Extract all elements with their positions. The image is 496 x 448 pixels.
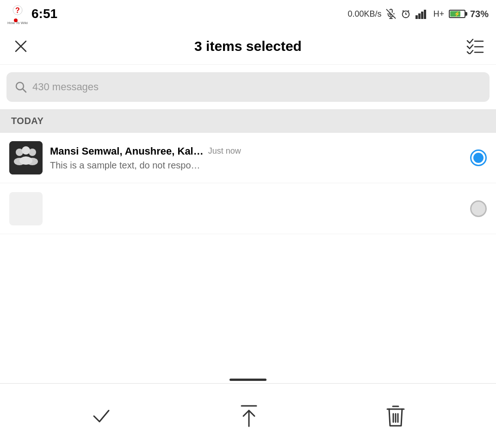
mute-icon <box>386 9 396 19</box>
message-sender: Mansi Semwal, Anushree, Kal… <box>50 145 204 157</box>
section-header-today: TODAY <box>0 109 496 133</box>
svg-rect-12 <box>421 12 423 19</box>
svg-point-27 <box>19 156 32 165</box>
battery-percent: 73% <box>470 9 489 19</box>
checklist-icon <box>466 38 484 54</box>
svg-text:?: ? <box>15 6 20 14</box>
message-content: Mansi Semwal, Anushree, Kal… Just now Th… <box>50 145 463 171</box>
svg-point-26 <box>22 146 30 155</box>
delete-button[interactable] <box>377 400 414 432</box>
message-preview: This is a sample text, do not respo… <box>50 160 200 170</box>
svg-line-20 <box>23 89 26 92</box>
svg-text:How To Wiki: How To Wiki <box>7 21 28 24</box>
network-type: H+ <box>433 9 444 19</box>
archive-button[interactable] <box>229 399 268 433</box>
bottom-nav <box>0 383 496 448</box>
close-icon <box>14 39 28 53</box>
svg-rect-11 <box>418 13 421 19</box>
search-icon <box>15 81 27 93</box>
battery-icon: ⚡ <box>449 10 465 18</box>
selection-radio-selected[interactable] <box>470 149 487 166</box>
mark-button[interactable] <box>82 401 121 431</box>
status-bar-left: ? How To Wiki 6:51 <box>7 4 57 24</box>
network-speed: 0.00KB/s <box>347 9 381 19</box>
archive-icon <box>239 404 259 428</box>
svg-rect-10 <box>415 15 418 19</box>
avatar <box>9 192 43 225</box>
status-time: 6:51 <box>31 6 57 21</box>
status-bar-right: 0.00KB/s H+ ⚡ <box>347 9 489 19</box>
checkmark-icon <box>91 406 112 426</box>
list-item[interactable]: Mansi Semwal, Anushree, Kal… Just now Th… <box>0 133 496 183</box>
signal-icon <box>415 9 428 19</box>
alarm-icon <box>401 9 411 19</box>
svg-line-9 <box>408 10 409 11</box>
page-title: 3 items selected <box>194 38 302 54</box>
trash-icon <box>386 404 405 428</box>
status-bar: ? How To Wiki 6:51 0.00KB/s <box>0 0 496 28</box>
selection-radio-empty[interactable] <box>470 200 487 217</box>
avatar <box>9 141 43 174</box>
message-header: Mansi Semwal, Anushree, Kal… Just now <box>50 145 463 157</box>
charging-bolt: ⚡ <box>454 11 460 17</box>
scroll-indicator <box>229 379 267 381</box>
search-bar[interactable]: 430 messages <box>6 72 490 102</box>
list-item[interactable] <box>0 183 496 234</box>
close-button[interactable] <box>9 35 32 58</box>
search-placeholder: 430 messages <box>32 81 99 93</box>
app-logo: ? How To Wiki <box>7 4 28 24</box>
message-list: Mansi Semwal, Anushree, Kal… Just now Th… <box>0 133 496 234</box>
message-time: Just now <box>208 146 241 156</box>
svg-rect-13 <box>424 10 426 19</box>
checklist-button[interactable] <box>464 35 487 58</box>
battery-indicator: ⚡ <box>449 10 465 18</box>
radio-fill <box>473 153 484 163</box>
app-bar: 3 items selected <box>0 28 496 65</box>
svg-line-8 <box>403 10 403 11</box>
